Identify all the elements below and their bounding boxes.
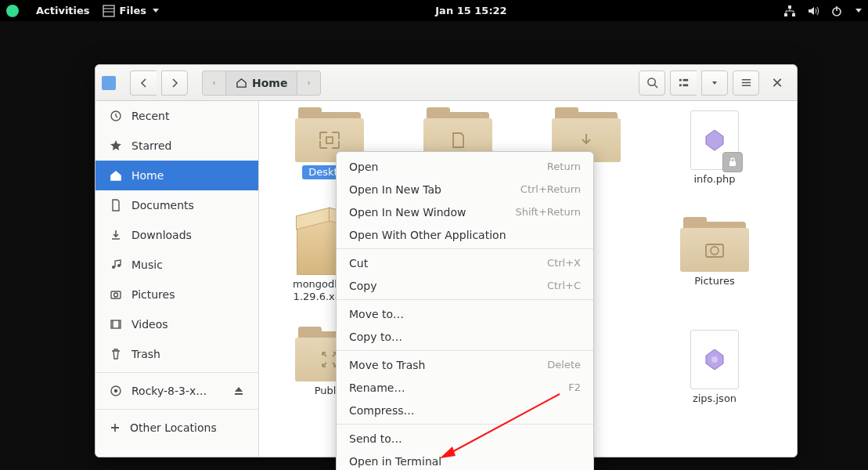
ctx-send-to[interactable]: Send to… — [337, 427, 593, 450]
disc-icon — [110, 385, 122, 397]
sidebar-item-label: Home — [131, 169, 164, 182]
plus-icon — [110, 422, 121, 433]
sidebar-item-starred[interactable]: Starred — [95, 131, 258, 161]
music-icon — [110, 258, 122, 271]
volume-icon[interactable] — [807, 5, 819, 17]
sidebar-separator — [95, 409, 258, 410]
search-button[interactable] — [639, 70, 665, 96]
svg-rect-0 — [103, 5, 114, 16]
sidebar-item-home[interactable]: Home — [95, 161, 258, 190]
nav-forward-button[interactable] — [161, 70, 188, 96]
path-segment-home[interactable]: Home — [225, 70, 297, 96]
power-icon[interactable] — [830, 5, 843, 17]
path-prev-button[interactable] — [202, 70, 225, 96]
chevron-down-icon[interactable] — [855, 9, 862, 13]
sidebar-item-music[interactable]: Music — [95, 250, 258, 280]
sidebar-item-label: Rocky-8-3-x… — [131, 385, 207, 397]
sidebar-volume-rocky[interactable]: Rocky-8-3-x… — [95, 376, 258, 406]
sidebar-item-downloads[interactable]: Downloads — [95, 220, 258, 250]
file-item-pictures[interactable]: Pictures — [650, 217, 779, 327]
sidebar-item-videos[interactable]: Videos — [95, 309, 258, 339]
sidebar-item-label: Videos — [131, 318, 168, 331]
sidebar-item-recent[interactable]: Recent — [95, 101, 258, 131]
files-app-icon — [103, 5, 115, 17]
svg-rect-4 — [784, 13, 787, 16]
sidebar-item-label: Pictures — [131, 288, 175, 301]
sidebar-item-pictures[interactable]: Pictures — [95, 280, 258, 309]
nav-back-button[interactable] — [130, 70, 157, 96]
clock[interactable]: Jan 15 15:22 — [159, 5, 783, 16]
ctx-separator — [337, 424, 593, 425]
svg-point-28 — [711, 247, 719, 255]
svg-line-9 — [654, 85, 657, 88]
trash-icon — [110, 348, 122, 360]
svg-point-19 — [114, 293, 118, 297]
svg-rect-5 — [792, 13, 795, 16]
svg-rect-25 — [326, 137, 333, 143]
ctx-move-to[interactable]: Move to… — [337, 302, 593, 325]
ctx-rename[interactable]: Rename…F2 — [337, 376, 593, 399]
view-list-button[interactable] — [670, 70, 697, 96]
app-menu[interactable]: Files — [103, 5, 159, 17]
ctx-open[interactable]: OpenReturn — [337, 155, 593, 178]
svg-rect-11 — [679, 84, 682, 86]
file-item-info-php[interactable]: info.php — [650, 107, 779, 217]
ctx-separator — [337, 248, 593, 249]
app-menu-label: Files — [120, 5, 146, 16]
file-label: info.php — [693, 173, 735, 186]
svg-point-8 — [647, 78, 654, 85]
sidebar-item-label: Other Locations — [130, 421, 217, 434]
pictures-icon — [110, 288, 122, 301]
clock-icon — [110, 110, 122, 122]
svg-rect-10 — [679, 79, 682, 81]
file-label: Pictures — [694, 275, 734, 287]
sidebar-item-label: Documents — [131, 199, 194, 212]
home-icon — [110, 169, 122, 182]
close-window-button[interactable]: ✕ — [764, 70, 791, 96]
context-menu: OpenReturn Open In New TabCtrl+Return Op… — [336, 151, 594, 470]
ctx-open-in-terminal[interactable]: Open in Terminal — [337, 450, 593, 470]
home-icon — [236, 77, 247, 89]
sidebar-other-locations[interactable]: Other Locations — [95, 413, 258, 443]
pathbar: Home — [202, 70, 321, 96]
ctx-copy[interactable]: CopyCtrl+C — [337, 274, 593, 297]
svg-point-29 — [711, 356, 718, 363]
svg-rect-13 — [683, 84, 689, 86]
path-segment-label: Home — [252, 77, 287, 89]
svg-rect-26 — [729, 161, 736, 166]
star-icon — [110, 139, 122, 152]
ctx-separator — [337, 299, 593, 300]
activities-button[interactable]: Activities — [36, 5, 90, 16]
eject-icon[interactable] — [233, 385, 244, 396]
videos-icon — [110, 318, 122, 331]
document-icon — [110, 199, 122, 212]
sidebar-separator — [95, 372, 258, 373]
svg-rect-3 — [788, 5, 791, 9]
sidebar-item-trash[interactable]: Trash — [95, 339, 258, 369]
chevron-down-icon — [153, 9, 159, 13]
distro-logo-icon — [6, 5, 19, 17]
sidebar-item-label: Recent — [131, 110, 169, 122]
sidebar-item-label: Trash — [131, 348, 160, 360]
sidebar-item-label: Music — [131, 258, 163, 271]
ctx-separator — [337, 350, 593, 351]
sidebar-item-label: Starred — [131, 139, 171, 152]
ctx-open-new-window[interactable]: Open In New WindowShift+Return — [337, 201, 593, 223]
ctx-open-new-tab[interactable]: Open In New TabCtrl+Return — [337, 178, 593, 201]
ctx-copy-to[interactable]: Copy to… — [337, 325, 593, 348]
window-app-icon — [102, 76, 116, 90]
ctx-compress[interactable]: Compress… — [337, 399, 593, 421]
gnome-top-panel: Activities Files Jan 15 15:22 — [0, 0, 868, 21]
ctx-open-with[interactable]: Open With Other Application — [337, 223, 593, 246]
ctx-cut[interactable]: CutCtrl+X — [337, 251, 593, 274]
sidebar-item-documents[interactable]: Documents — [95, 190, 258, 220]
path-next-button[interactable] — [297, 70, 321, 96]
hamburger-menu-button[interactable] — [733, 70, 759, 96]
svg-point-22 — [115, 390, 117, 392]
ctx-move-to-trash[interactable]: Move to TrashDelete — [337, 353, 593, 376]
file-item-zips-json[interactable]: zips.json — [650, 327, 779, 436]
network-icon[interactable] — [783, 5, 796, 17]
lock-icon — [722, 152, 743, 172]
view-dropdown-button[interactable] — [701, 70, 728, 96]
download-icon — [110, 229, 122, 241]
